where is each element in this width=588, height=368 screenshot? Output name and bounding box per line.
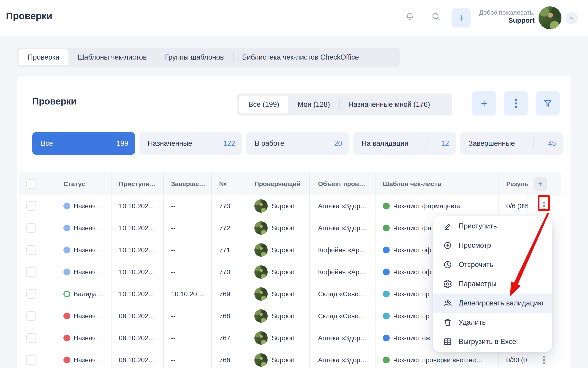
status-dot <box>63 247 70 253</box>
segment[interactable]: Мои (128) <box>288 96 339 113</box>
status-dot <box>63 202 70 210</box>
tab[interactable]: Группы шаблонов <box>156 49 233 65</box>
table-row[interactable]: Назнач… 10.10.202… -- 773 Support Аптека… <box>19 195 561 217</box>
row-checkbox[interactable] <box>26 245 36 255</box>
tab[interactable]: Библиотека чек-листов CheckOffice <box>233 49 368 65</box>
template-name: Чек-лист проверки внешне… <box>393 356 483 364</box>
finished-date: -- <box>171 268 175 276</box>
column-header-status[interactable]: Статус <box>63 180 85 188</box>
status-dot <box>63 335 70 341</box>
chip-divider <box>427 137 427 150</box>
row-checkbox[interactable] <box>26 201 36 211</box>
started-date: 10.10.202… <box>119 224 155 232</box>
page-title: Проверки <box>6 10 53 21</box>
filter-chip[interactable]: В работе 20 <box>246 132 349 155</box>
menu-item[interactable]: Параметры <box>433 274 552 294</box>
menu-item[interactable]: Выгрузить в Excel <box>433 332 552 351</box>
template-name: Чек-лист пр <box>393 290 429 298</box>
chip-divider <box>534 137 534 150</box>
column-header-template[interactable]: Шаблон чек-листа <box>383 180 441 188</box>
status-dot <box>63 268 70 276</box>
chevron-down-icon <box>569 15 575 21</box>
user-name: Support <box>469 17 535 24</box>
status-label: Назнач… <box>73 268 102 276</box>
bell-icon[interactable] <box>405 11 415 21</box>
inspection-number: 773 <box>219 202 230 210</box>
menu-item[interactable]: Делегировать валидацию <box>433 294 552 313</box>
scope-segmented-control: Все (199)Мои (128)Назначенные мной (176) <box>237 93 453 116</box>
template-name: Чек-лист оф <box>393 268 431 276</box>
filter-chip[interactable]: На валидации 12 <box>353 132 456 155</box>
table-row[interactable]: Назнач… 08.10.202… -- 766 Support Аптека… <box>19 349 561 368</box>
header-add-button[interactable]: + <box>452 8 471 28</box>
finished-date: -- <box>171 224 175 232</box>
template-dot <box>383 225 390 231</box>
filter-chip[interactable]: Все 199 <box>32 132 135 155</box>
filter-chip[interactable]: Назначенные 122 <box>139 132 242 155</box>
tab-label: Шаблоны чек-листов <box>78 53 147 61</box>
column-header-number[interactable]: № <box>219 180 226 188</box>
menu-item[interactable]: Удалить <box>433 313 552 332</box>
inspection-number: 766 <box>219 356 230 364</box>
tab[interactable]: Проверки <box>18 49 69 65</box>
row-checkbox[interactable] <box>26 289 36 299</box>
row-checkbox[interactable] <box>26 223 36 233</box>
select-all-checkbox[interactable] <box>26 179 36 189</box>
inspector-name: Support <box>272 246 295 254</box>
menu-item-label: Удалить <box>459 318 486 327</box>
object-name: Кофейня «Ар… <box>318 268 366 276</box>
segment[interactable]: Назначенные мной (176) <box>339 96 439 113</box>
search-icon[interactable] <box>431 11 441 21</box>
inspection-number: 767 <box>219 334 230 342</box>
row-checkbox[interactable] <box>26 355 36 365</box>
filter-button[interactable] <box>535 91 560 116</box>
status-label: Назнач… <box>73 312 102 320</box>
started-date: 08.10.202… <box>119 312 155 320</box>
welcome-text: Добро пожаловать, <box>469 9 535 17</box>
add-inspection-button[interactable]: + <box>472 91 496 116</box>
status-label: Назнач… <box>73 334 102 342</box>
user-avatar[interactable] <box>539 6 561 29</box>
more-actions-button[interactable] <box>504 91 528 116</box>
finished-date: -- <box>171 202 175 210</box>
row-actions-kebab-icon[interactable] <box>543 201 545 212</box>
menu-item-label: Просмотр <box>459 241 491 249</box>
user-menu-chevron[interactable] <box>566 12 578 24</box>
started-date: 10.10.202… <box>119 290 155 298</box>
chip-label: Завершенные <box>468 139 534 147</box>
chip-label: На валидации <box>362 139 427 147</box>
tab-bar: ПроверкиШаблоны чек-листовГруппы шаблоно… <box>17 48 400 67</box>
filter-chip[interactable]: Завершенные 45 <box>460 132 563 155</box>
object-name: Склад «Севе… <box>318 290 365 298</box>
inspector-avatar <box>254 243 268 257</box>
status-dot <box>63 225 70 231</box>
row-checkbox[interactable] <box>26 333 36 343</box>
template-name: Чек-лист фа <box>393 224 431 232</box>
column-header-started[interactable]: Приступи… <box>119 180 156 188</box>
object-name: Кофейня «Ар… <box>318 246 366 254</box>
menu-item[interactable]: Приступить <box>433 217 552 236</box>
segment[interactable]: Все (199) <box>239 96 288 113</box>
tab[interactable]: Шаблоны чек-листов <box>69 49 156 65</box>
template-dot <box>383 335 390 341</box>
status-dot <box>63 357 70 363</box>
menu-item[interactable]: Просмотр <box>433 236 552 255</box>
column-header-inspector[interactable]: Проверяющий <box>254 180 301 188</box>
row-actions-kebab-icon[interactable] <box>543 354 545 366</box>
menu-item[interactable]: Отсрочить <box>433 255 552 274</box>
app-header: Проверки + Добро пожаловать, Support <box>0 0 588 36</box>
delegate-icon <box>443 299 452 308</box>
chip-count: 122 <box>220 139 235 147</box>
object-name: Склад «Севе… <box>318 312 365 320</box>
menu-item-label: Выгрузить в Excel <box>459 338 518 346</box>
row-checkbox[interactable] <box>26 267 36 277</box>
inspector-name: Support <box>272 312 295 320</box>
chip-divider <box>320 137 320 150</box>
column-header-result[interactable]: Резуль <box>506 180 528 188</box>
segment-label: Назначенные мной (176) <box>348 100 430 109</box>
row-checkbox[interactable] <box>26 311 36 321</box>
column-header-finished[interactable]: Заверше… <box>171 180 205 188</box>
column-header-object[interactable]: Объект пров… <box>318 180 365 188</box>
add-column-button[interactable]: + <box>534 177 547 191</box>
started-date: 10.10.202… <box>119 202 155 210</box>
